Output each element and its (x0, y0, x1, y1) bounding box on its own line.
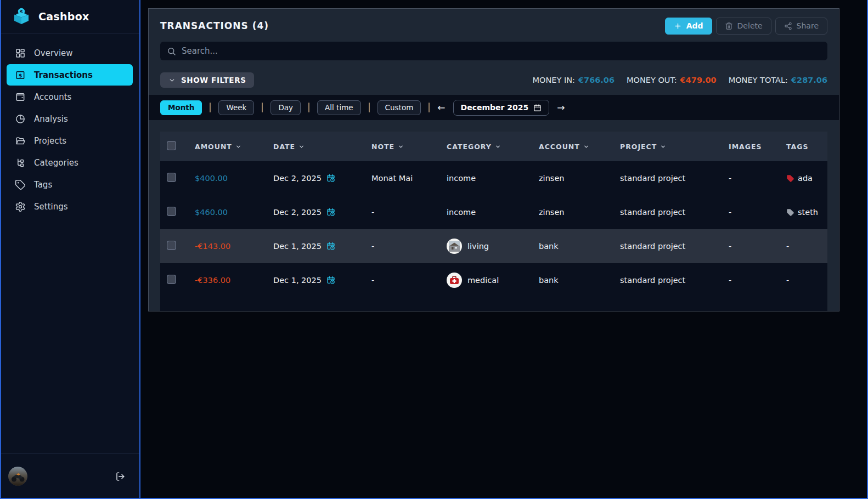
category-cell: income (447, 174, 539, 183)
period-month-button[interactable]: Month (160, 100, 202, 115)
select-all-checkbox[interactable] (167, 141, 176, 150)
date-value: Dec 2, 2025 (273, 208, 322, 217)
sidebar: $ Cashbox Overview $ Transactions Accoun… (0, 0, 140, 499)
category-label: income (447, 208, 476, 217)
page-title: TRANSACTIONS (4) (160, 20, 269, 31)
add-button[interactable]: Add (665, 18, 712, 35)
period-week-button[interactable]: Week (218, 100, 254, 115)
logo-row: $ Cashbox (0, 0, 139, 33)
date-cell: Dec 2, 2025 (273, 208, 371, 217)
logout-button[interactable] (115, 472, 125, 481)
user-avatar[interactable] (8, 467, 27, 486)
table-row[interactable]: $460.00 Dec 2, 2025 - income zinsen stan… (160, 195, 827, 229)
table-row[interactable]: -€336.00 Dec 1, 2025 - medical bank stan… (160, 263, 827, 297)
svg-text:$: $ (19, 72, 22, 78)
account-cell: zinsen (539, 208, 620, 217)
delete-button[interactable]: Delete (716, 18, 771, 35)
calendar-clock-icon[interactable] (326, 208, 335, 217)
money-out-label: MONEY OUT: (627, 76, 677, 84)
show-filters-button[interactable]: SHOW FILTERS (160, 72, 254, 88)
table-row[interactable]: -€143.00 Dec 1, 2025 - living bank stand… (160, 229, 827, 263)
chevron-down-icon (168, 77, 176, 84)
column-header-label: TAGS (786, 143, 809, 151)
share-button[interactable]: Share (775, 18, 827, 35)
previous-month-button[interactable]: ← (437, 103, 445, 112)
period-alltime-button[interactable]: All time (317, 100, 361, 115)
period-day-button[interactable]: Day (270, 100, 301, 115)
period-selector-band: Month Week Day All time Custom ← Decembe… (149, 95, 839, 120)
money-total-value: €287.06 (791, 76, 827, 84)
row-checkbox[interactable] (167, 207, 176, 216)
calendar-clock-icon[interactable] (326, 174, 335, 183)
sidebar-item-projects[interactable]: Projects (7, 130, 133, 151)
row-checkbox[interactable] (167, 241, 176, 250)
gear-icon (15, 201, 26, 212)
column-header-date[interactable]: DATE (273, 143, 371, 151)
column-header-tags: TAGS (786, 143, 827, 151)
tag-grey-icon (786, 208, 794, 217)
separator (429, 103, 430, 112)
dashboard-grid-icon (15, 48, 26, 59)
calendar-clock-icon[interactable] (326, 242, 335, 251)
plus-icon (674, 22, 682, 30)
column-header-project[interactable]: PROJECT (620, 143, 729, 151)
column-header-label: IMAGES (729, 143, 762, 151)
account-cell: zinsen (539, 174, 620, 183)
money-out-value: €479.00 (680, 76, 717, 84)
sidebar-item-categories[interactable]: Categories (7, 152, 133, 173)
money-summary: MONEY IN: €766.06 MONEY OUT: €479.00 MON… (533, 76, 827, 84)
images-cell: - (729, 174, 786, 183)
sidebar-nav: Overview $ Transactions Accounts Analysi… (0, 33, 139, 218)
receipt-dollar-icon: $ (15, 70, 26, 81)
category-tree-icon (15, 157, 26, 168)
column-header-label: NOTE (371, 143, 394, 151)
calendar-clock-icon[interactable] (326, 276, 335, 285)
sidebar-item-tags[interactable]: Tags (7, 174, 133, 195)
sidebar-item-label: Categories (34, 158, 78, 168)
date-cell: Dec 1, 2025 (273, 242, 371, 251)
sidebar-item-settings[interactable]: Settings (7, 196, 133, 217)
note-cell: - (371, 276, 447, 285)
images-cell: - (729, 208, 786, 217)
category-label: living (467, 242, 489, 251)
pie-chart-icon (15, 114, 26, 124)
separator (369, 103, 370, 112)
sidebar-item-overview[interactable]: Overview (7, 42, 133, 64)
transactions-table: AMOUNT DATE NOTE CATEGORY (160, 132, 827, 311)
column-header-note[interactable]: NOTE (371, 143, 447, 151)
column-header-category[interactable]: CATEGORY (447, 143, 539, 151)
note-cell: Monat Mai (371, 174, 447, 183)
project-cell: standard project (620, 208, 729, 217)
sidebar-item-label: Projects (34, 136, 66, 146)
sort-chevron-icon (235, 144, 241, 150)
search-box[interactable] (160, 42, 827, 60)
images-cell: - (729, 276, 786, 285)
sidebar-item-label: Accounts (34, 92, 71, 102)
tag-icon (15, 179, 26, 190)
next-month-button[interactable]: → (557, 103, 565, 112)
table-row[interactable]: $400.00 Dec 2, 2025 Monat Mai income zin… (160, 161, 827, 195)
project-cell: standard project (620, 242, 729, 251)
tags-cell: ada (786, 174, 827, 183)
money-in-label: MONEY IN: (533, 76, 575, 84)
period-custom-button[interactable]: Custom (377, 100, 421, 115)
living-category-image (447, 239, 462, 254)
folder-open-icon (15, 135, 26, 146)
search-input[interactable] (182, 46, 821, 56)
show-filters-label: SHOW FILTERS (181, 76, 246, 84)
project-cell: standard project (620, 276, 729, 285)
sidebar-item-transactions[interactable]: $ Transactions (7, 64, 133, 86)
column-header-amount[interactable]: AMOUNT (195, 143, 273, 151)
header-actions: Add Delete Share (665, 18, 827, 35)
sort-chevron-icon (398, 144, 404, 150)
column-header-label: PROJECT (620, 143, 657, 151)
column-header-account[interactable]: ACCOUNT (539, 143, 620, 151)
current-period-button[interactable]: December 2025 (453, 100, 550, 116)
sidebar-item-accounts[interactable]: Accounts (7, 86, 133, 107)
row-checkbox[interactable] (167, 173, 176, 182)
row-checkbox[interactable] (167, 275, 176, 284)
column-header-label: CATEGORY (447, 143, 492, 151)
search-icon (167, 47, 176, 56)
sidebar-item-label: Analysis (34, 114, 68, 124)
sidebar-item-analysis[interactable]: Analysis (7, 108, 133, 129)
